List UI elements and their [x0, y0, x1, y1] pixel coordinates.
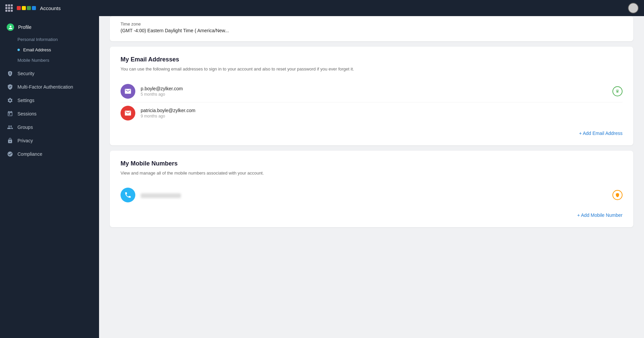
- mfa-icon: [7, 84, 13, 90]
- top-bar: Accounts: [0, 0, 644, 16]
- sidebar-label-security: Security: [17, 71, 35, 76]
- sidebar-label-settings: Settings: [17, 98, 35, 103]
- email-addresses-card: My Email Addresses You can use the follo…: [110, 47, 633, 145]
- sidebar-label-privacy: Privacy: [17, 138, 33, 143]
- app-title: Accounts: [40, 5, 61, 11]
- sidebar-label-compliance: Compliance: [17, 151, 42, 157]
- security-icon: [7, 70, 13, 77]
- add-email-link[interactable]: + Add Email Address: [121, 131, 623, 136]
- logo-blue: [32, 6, 36, 10]
- phone-info: [141, 192, 607, 198]
- sidebar-label-profile: Profile: [18, 25, 32, 30]
- sidebar-label-sessions: Sessions: [17, 111, 37, 116]
- sessions-icon: [7, 110, 13, 117]
- sidebar-sub-email-address[interactable]: Email Address: [17, 45, 99, 55]
- phone-number-blurred: [141, 193, 181, 198]
- email-info-2: patricia.boyle@zylker.com 9 months ago: [141, 108, 623, 118]
- email-section-desc: You can use the following email addresse…: [121, 66, 623, 73]
- sidebar-item-settings[interactable]: Settings: [0, 94, 99, 107]
- sidebar-sub-personal-info[interactable]: Personal Information: [17, 34, 99, 45]
- logo-red: [17, 6, 21, 10]
- sidebar-item-security[interactable]: Security: [0, 67, 99, 80]
- phone-avatar: [121, 188, 135, 202]
- sidebar-label-mfa: Multi-Factor Authentication: [17, 84, 73, 90]
- main-content: Time zone (GMT -4:00) Eastern Daylight T…: [99, 16, 644, 338]
- sidebar-item-compliance[interactable]: Compliance: [0, 147, 99, 161]
- email-info-1: p.boyle@zylker.com 5 months ago: [141, 86, 607, 97]
- email-avatar-2: [121, 106, 135, 120]
- mobile-numbers-card: My Mobile Numbers View and manage all of…: [110, 151, 633, 228]
- email-row: p.boyle@zylker.com 5 months ago ♛: [121, 81, 623, 102]
- email-address-1: p.boyle@zylker.com: [141, 86, 607, 91]
- email-time-2: 9 months ago: [141, 114, 623, 118]
- groups-icon: [7, 124, 13, 131]
- profile-sub-items: Personal Information Email Address Mobil…: [0, 34, 99, 65]
- crown-badge: ♛: [612, 86, 623, 96]
- sidebar-label-groups: Groups: [17, 125, 33, 130]
- email-time-1: 5 months ago: [141, 92, 607, 97]
- mobile-row: [121, 184, 623, 206]
- logo-yellow: [22, 6, 26, 10]
- top-bar-left: Accounts: [5, 4, 61, 12]
- app-logo: [17, 6, 36, 10]
- email-section-title: My Email Addresses: [121, 56, 623, 63]
- add-mobile-link[interactable]: + Add Mobile Number: [121, 212, 623, 218]
- profile-icon: [7, 23, 14, 31]
- timezone-value: (GMT -4:00) Eastern Daylight Time ( Amer…: [121, 28, 623, 33]
- sidebar-sub-mobile-numbers[interactable]: Mobile Numbers: [17, 55, 99, 65]
- sidebar-item-privacy[interactable]: Privacy: [0, 134, 99, 147]
- mobile-section-desc: View and manage all of the mobile number…: [121, 170, 623, 177]
- sidebar: Profile Personal Information Email Addre…: [0, 16, 99, 338]
- timezone-card: Time zone (GMT -4:00) Eastern Daylight T…: [110, 16, 633, 41]
- grid-menu-icon[interactable]: [5, 4, 13, 12]
- timezone-label: Time zone: [121, 21, 623, 27]
- email-address-2: patricia.boyle@zylker.com: [141, 108, 623, 113]
- sidebar-item-groups[interactable]: Groups: [0, 120, 99, 134]
- user-avatar[interactable]: [628, 3, 639, 13]
- settings-icon: [7, 97, 13, 104]
- sidebar-item-profile[interactable]: Profile: [0, 20, 99, 34]
- email-avatar-1: [121, 84, 135, 99]
- email-row: patricia.boyle@zylker.com 9 months ago: [121, 102, 623, 124]
- logo-green: [27, 6, 31, 10]
- sidebar-item-mfa[interactable]: Multi-Factor Authentication: [0, 80, 99, 94]
- mobile-section-title: My Mobile Numbers: [121, 160, 623, 167]
- sidebar-section-profile: Profile Personal Information Email Addre…: [0, 20, 99, 65]
- compliance-icon: [7, 151, 13, 157]
- sidebar-item-sessions[interactable]: Sessions: [0, 107, 99, 120]
- shield-badge: [612, 190, 623, 200]
- privacy-icon: [7, 137, 13, 144]
